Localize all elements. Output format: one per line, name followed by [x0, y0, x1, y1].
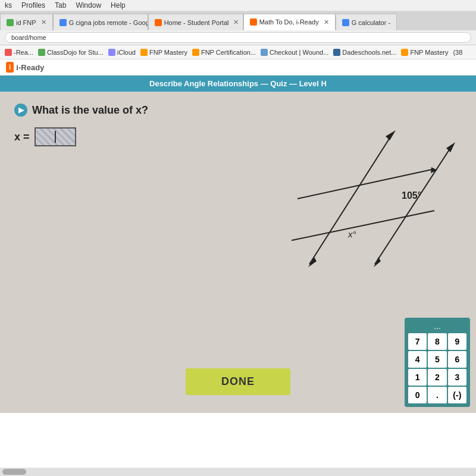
answer-input-box[interactable] — [35, 127, 76, 146]
calc-dots: ... — [408, 321, 466, 331]
speaker-icon[interactable]: ▶ — [14, 104, 27, 117]
tab-label-calc: G calculator - — [352, 19, 390, 26]
tab-label-portal: Home - Student Portal — [164, 19, 229, 26]
address-bar: board/home — [0, 30, 476, 45]
scroll-thumb[interactable] — [2, 469, 26, 475]
menu-bar: ks Profiles Tab Window Help — [0, 0, 476, 11]
menu-item-help[interactable]: Help — [111, 1, 126, 10]
address-input[interactable]: board/home — [5, 32, 471, 43]
bookmark-classdojo[interactable]: ClassDojo for Stu... — [38, 49, 104, 56]
calc-btn-0[interactable]: 0 — [408, 387, 427, 403]
menu-item-tab[interactable]: Tab — [55, 1, 66, 10]
tab-google[interactable]: G cigna jobs remote - Google Se... ✕ — [53, 14, 148, 30]
tab-close-portal[interactable]: ✕ — [233, 18, 239, 26]
tab-portal[interactable]: Home - Student Portal ✕ — [148, 14, 243, 30]
bookmark-icloud[interactable]: iCloud — [108, 49, 136, 56]
svg-marker-4 — [446, 142, 455, 152]
tabs-bar: id FNP ✕ G cigna jobs remote - Google Se… — [0, 11, 476, 30]
tab-label-fnp: id FNP — [16, 19, 36, 26]
tab-iready[interactable]: Math To Do, i-Ready ✕ — [243, 14, 336, 30]
calc-btn-5[interactable]: 5 — [428, 351, 446, 368]
bookmark-label-fnp2: FNP Mastery — [410, 49, 448, 56]
tab-fnp[interactable]: id FNP ✕ — [0, 14, 53, 30]
tab-favicon-fnp — [7, 19, 14, 26]
question-text: What is the value of x? — [32, 104, 148, 117]
bookmark-icon-rea — [5, 49, 12, 56]
quiz-title-bar: Describe Angle Relationships — Quiz — Le… — [0, 76, 476, 92]
svg-line-3 — [375, 145, 452, 264]
bookmark-icon-dade — [333, 49, 340, 56]
bookmark-label-fnpcert: FNP Certification... — [201, 49, 256, 56]
bookmark-label-count: (38 — [453, 49, 462, 56]
calc-grid: 7 8 9 4 5 6 1 2 3 0 . (-) — [408, 333, 466, 403]
tab-close-fnp[interactable]: ✕ — [41, 18, 46, 26]
calc-btn-dot[interactable]: . — [428, 387, 446, 403]
bookmark-fnp1[interactable]: FNP Mastery — [140, 49, 187, 56]
tab-label-iready: Math To Do, i-Ready — [259, 18, 319, 26]
calc-btn-4[interactable]: 4 — [408, 351, 427, 368]
calc-btn-6[interactable]: 6 — [448, 351, 466, 368]
bookmark-label-icloud: iCloud — [117, 49, 136, 56]
tab-calculator[interactable]: G calculator - — [336, 14, 397, 30]
bookmark-dade[interactable]: Dadeschools.net... — [333, 49, 396, 56]
angle-105-label: 105° — [402, 190, 421, 201]
bookmark-icon-fnpcert — [192, 49, 199, 56]
iready-header: i i-Ready — [0, 60, 476, 76]
bookmark-label-checkout: Checkout | Wound... — [270, 49, 328, 56]
svg-marker-5 — [374, 257, 381, 267]
calc-btn-9[interactable]: 9 — [448, 333, 466, 350]
bookmark-label-dade: Dadeschools.net... — [342, 49, 396, 56]
calc-btn-7[interactable]: 7 — [408, 333, 427, 350]
menu-item-profiles[interactable]: Profiles — [21, 1, 45, 10]
done-button[interactable]: DONE — [186, 368, 290, 395]
calc-btn-3[interactable]: 3 — [448, 369, 466, 386]
bookmark-fnp2[interactable]: FNP Mastery — [401, 49, 448, 56]
svg-marker-1 — [386, 130, 396, 140]
bookmark-icon-icloud — [108, 49, 115, 56]
svg-line-0 — [309, 133, 393, 264]
tab-close-iready[interactable]: ✕ — [324, 18, 329, 26]
equation-label: x = — [14, 131, 30, 143]
quiz-title: Describe Angle Relationships — Quiz — Le… — [149, 79, 327, 88]
calc-btn-neg[interactable]: (-) — [448, 387, 466, 403]
menu-item-window[interactable]: Window — [76, 1, 101, 10]
diagram-area: 105° x° — [250, 98, 470, 312]
bookmark-icon-checkout — [261, 49, 268, 56]
calc-btn-1[interactable]: 1 — [408, 369, 427, 386]
calc-btn-2[interactable]: 2 — [428, 369, 446, 386]
tab-favicon-portal — [155, 19, 162, 26]
bookmark-fnpcert[interactable]: FNP Certification... — [192, 49, 256, 56]
main-content: ▶ What is the value of x? x = — [0, 92, 476, 413]
angle-x-label: x° — [347, 229, 356, 239]
menu-item-ks[interactable]: ks — [5, 1, 12, 10]
bookmark-icon-fnp2 — [401, 49, 408, 56]
bookmark-checkout[interactable]: Checkout | Wound... — [261, 49, 328, 56]
bookmark-rea[interactable]: -Rea... — [5, 49, 33, 56]
iready-logo-text: i-Ready — [16, 63, 44, 72]
bookmark-icon-fnp1 — [140, 49, 148, 56]
svg-line-8 — [292, 211, 434, 240]
bookmark-label-classdojo: ClassDojo for Stu... — [47, 49, 104, 56]
bookmarks-bar: -Rea... ClassDojo for Stu... iCloud FNP … — [0, 45, 476, 60]
text-cursor — [55, 131, 56, 143]
bookmark-label-fnp1: FNP Mastery — [149, 49, 187, 56]
tab-favicon-calc — [342, 19, 349, 26]
calc-btn-8[interactable]: 8 — [428, 333, 446, 350]
geometry-diagram: 105° x° — [250, 98, 470, 312]
calculator[interactable]: ... 7 8 9 4 5 6 1 2 3 0 . (-) — [405, 318, 470, 407]
tab-favicon-google — [60, 19, 67, 26]
done-button-area: DONE — [186, 368, 290, 395]
scrollbar-bar[interactable] — [0, 468, 476, 476]
bookmark-count[interactable]: (38 — [453, 49, 462, 56]
tab-label-google: G cigna jobs remote - Google Se... — [69, 19, 148, 26]
iready-logo: i i-Ready — [6, 62, 44, 73]
bookmark-label-rea: -Rea... — [14, 49, 33, 56]
iready-logo-icon: i — [6, 62, 14, 73]
tab-favicon-iready — [250, 18, 257, 26]
bookmark-icon-classdojo — [38, 49, 45, 56]
